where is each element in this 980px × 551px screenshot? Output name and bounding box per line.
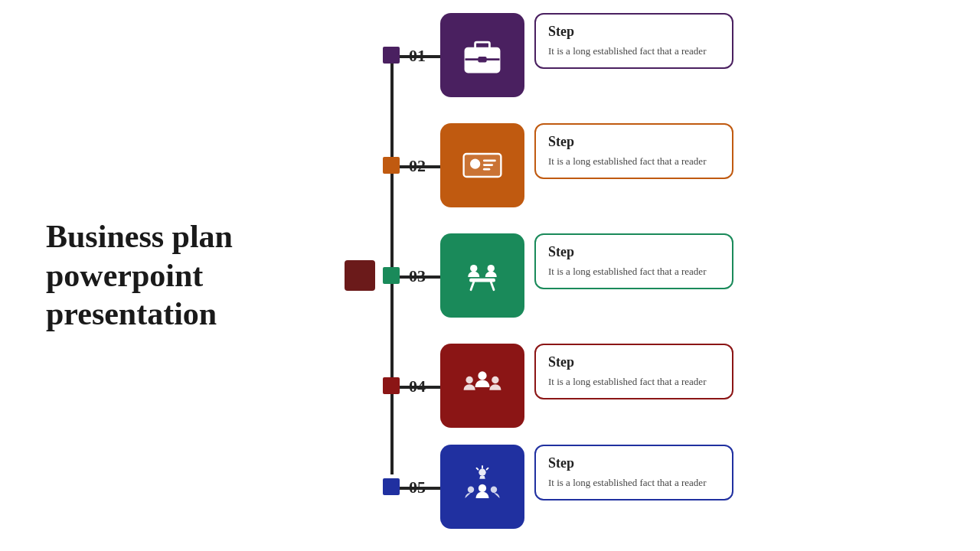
- svg-line-20: [487, 468, 488, 470]
- connector-2: [383, 157, 400, 174]
- step-desc-2: It is a long established fact that a rea…: [548, 155, 720, 168]
- svg-rect-9: [483, 168, 490, 171]
- vertical-line: [390, 55, 394, 474]
- svg-line-11: [471, 282, 474, 289]
- svg-point-17: [492, 377, 498, 383]
- icon-box-5: [440, 445, 524, 529]
- step-title-2: Step: [548, 134, 720, 150]
- svg-point-18: [479, 469, 485, 476]
- svg-point-22: [479, 484, 486, 492]
- connector-1: [383, 47, 400, 64]
- step-title-4: Step: [548, 354, 720, 370]
- step-desc-4: It is a long established fact that a rea…: [548, 375, 720, 389]
- step-number-5: 05: [409, 478, 426, 497]
- step-desc-1: It is a long established fact that a rea…: [548, 44, 720, 58]
- svg-point-14: [488, 265, 495, 272]
- left-anchor: [345, 260, 375, 291]
- svg-point-6: [470, 159, 480, 169]
- text-card-4: Step It is a long established fact that …: [534, 344, 733, 399]
- svg-line-21: [477, 468, 479, 470]
- step-title-3: Step: [548, 244, 720, 260]
- step-title-5: Step: [548, 455, 720, 471]
- text-card-1: Step It is a long established fact that …: [534, 13, 733, 69]
- svg-point-15: [478, 371, 486, 380]
- svg-point-16: [466, 377, 472, 383]
- svg-point-23: [468, 487, 474, 493]
- step-desc-3: It is a long established fact that a rea…: [548, 265, 720, 279]
- text-card-5: Step It is a long established fact that …: [534, 445, 733, 500]
- connector-5: [383, 478, 400, 495]
- svg-rect-8: [483, 164, 493, 166]
- connector-4: [383, 377, 400, 394]
- step-number-1: 01: [409, 46, 426, 66]
- svg-rect-3: [478, 57, 486, 63]
- svg-rect-4: [464, 154, 501, 177]
- step-title-1: Step: [548, 24, 720, 40]
- svg-line-12: [491, 282, 494, 289]
- text-card-3: Step It is a long established fact that …: [534, 233, 733, 289]
- icon-box-3: [440, 233, 524, 318]
- step-number-4: 04: [409, 377, 426, 396]
- icon-box-2: [440, 123, 524, 207]
- step-desc-5: It is a long established fact that a rea…: [548, 476, 720, 490]
- connector-3: [383, 267, 400, 284]
- text-card-2: Step It is a long established fact that …: [534, 123, 733, 179]
- timeline: 01 Step It is a long established fact th…: [322, 0, 980, 551]
- svg-rect-7: [483, 160, 496, 162]
- icon-box-1: [440, 13, 524, 97]
- step-number-2: 02: [409, 156, 426, 176]
- svg-point-13: [470, 265, 477, 272]
- page-title: Business plan powerpoint presentation: [46, 217, 322, 333]
- step-number-3: 03: [409, 266, 426, 286]
- svg-point-24: [491, 487, 497, 493]
- icon-box-4: [440, 344, 524, 428]
